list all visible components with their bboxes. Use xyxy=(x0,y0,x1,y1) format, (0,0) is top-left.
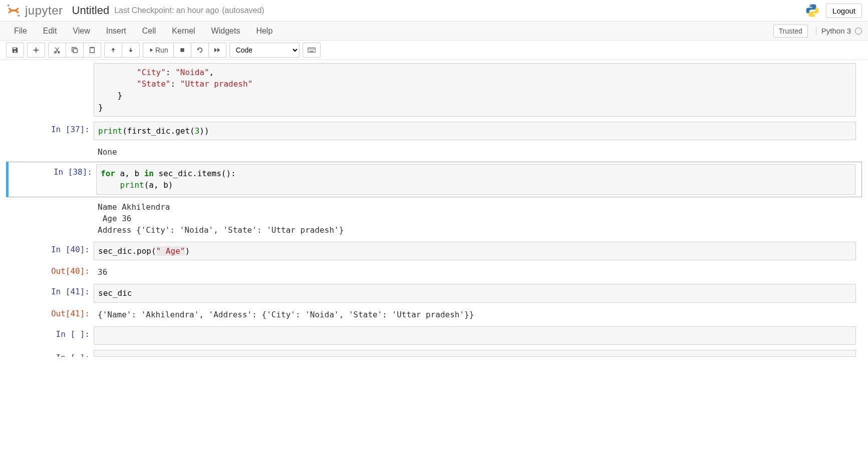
paste-icon xyxy=(89,47,96,54)
svg-rect-10 xyxy=(180,48,184,52)
cell-type-select[interactable]: Code xyxy=(229,43,300,58)
svg-rect-17 xyxy=(310,51,314,52)
menu-widgets[interactable]: Widgets xyxy=(203,23,248,40)
save-button[interactable] xyxy=(6,43,24,58)
in-prompt: In [ ]: xyxy=(6,326,94,345)
stream-output: Name Akhilendra Age 36 Address {'City': … xyxy=(94,198,856,239)
save-icon xyxy=(12,47,19,54)
code-cell[interactable]: In [38]:for a, b in sec_dic.items(): pri… xyxy=(6,162,862,197)
python-icon xyxy=(805,3,820,18)
move-up-button[interactable] xyxy=(104,43,122,58)
stop-icon xyxy=(180,48,185,53)
autosave-text: (autosaved) xyxy=(222,6,264,15)
out-prompt: Out[40]: xyxy=(6,263,94,281)
scissors-icon xyxy=(54,47,61,54)
code-input[interactable]: for a, b in sec_dic.items(): print(a, b) xyxy=(96,164,855,194)
code-input[interactable] xyxy=(94,350,856,357)
svg-point-1 xyxy=(18,15,20,17)
svg-point-0 xyxy=(8,5,10,7)
jupyter-logo[interactable]: jupyter xyxy=(6,3,63,18)
svg-rect-12 xyxy=(309,49,310,50)
in-prompt: In [41]: xyxy=(6,284,94,302)
kernel-idle-icon xyxy=(855,28,862,35)
insert-cell-button[interactable] xyxy=(27,43,45,58)
svg-rect-13 xyxy=(310,49,311,50)
code-cell[interactable]: In [41]:sec_dic xyxy=(6,282,862,304)
code-cell[interactable]: In [ ]: xyxy=(6,324,862,347)
jupyter-icon xyxy=(6,3,21,18)
menu-file[interactable]: File xyxy=(6,23,35,40)
svg-rect-15 xyxy=(312,49,313,50)
execute-result: {'Name': 'Akhilendra', 'Address': {'City… xyxy=(94,306,856,323)
code-input[interactable]: print(first_dic.get(3)) xyxy=(94,122,856,140)
code-cell[interactable]: In [ ]: xyxy=(6,348,862,357)
in-prompt xyxy=(6,63,94,117)
code-cell[interactable]: "City": "Noida", "State": "Uttar pradesh… xyxy=(6,61,862,119)
code-input[interactable] xyxy=(94,326,856,345)
code-input[interactable]: "City": "Noida", "State": "Uttar pradesh… xyxy=(94,63,856,117)
run-label: Run xyxy=(155,46,168,54)
notebook-container: "City": "Noida", "State": "Uttar pradesh… xyxy=(0,61,868,378)
menu-view[interactable]: View xyxy=(65,23,98,40)
output-prompt-empty xyxy=(6,198,94,239)
command-palette-button[interactable] xyxy=(303,43,321,58)
in-prompt: In [40]: xyxy=(6,242,94,260)
interrupt-button[interactable] xyxy=(173,43,191,58)
menu-edit[interactable]: Edit xyxy=(35,23,65,40)
restart-run-all-button[interactable] xyxy=(208,43,226,58)
arrow-down-icon xyxy=(128,47,134,53)
arrow-up-icon xyxy=(110,47,116,53)
kernel-name-text: Python 3 xyxy=(821,27,851,35)
checkpoint-text: Last Checkpoint: an hour ago xyxy=(114,6,219,15)
copy-button[interactable] xyxy=(66,43,84,58)
header: jupyter Untitled Last Checkpoint: an hou… xyxy=(0,0,868,22)
svg-point-2 xyxy=(810,6,811,7)
kernel-indicator[interactable]: Python 3 xyxy=(816,27,862,35)
logo-text: jupyter xyxy=(25,4,63,18)
stream-output: None xyxy=(94,143,856,161)
code-input[interactable]: sec_dic xyxy=(94,284,856,302)
in-prompt: In [ ]: xyxy=(6,350,94,355)
move-down-button[interactable] xyxy=(122,43,140,58)
menu-help[interactable]: Help xyxy=(248,23,280,40)
code-cell[interactable]: In [40]:sec_dic.pop(" Age") xyxy=(6,240,862,262)
menu-cell[interactable]: Cell xyxy=(134,23,164,40)
svg-rect-7 xyxy=(73,49,77,53)
keyboard-icon xyxy=(308,47,316,53)
menu-insert[interactable]: Insert xyxy=(98,23,134,40)
output-row: None xyxy=(6,143,862,161)
in-prompt: In [37]: xyxy=(6,122,94,140)
logout-button[interactable]: Logout xyxy=(826,4,862,18)
svg-rect-16 xyxy=(314,49,315,50)
run-button[interactable]: Run xyxy=(143,43,174,58)
svg-rect-11 xyxy=(308,48,315,53)
paste-button[interactable] xyxy=(83,43,101,58)
menubar: FileEditViewInsertCellKernelWidgetsHelp … xyxy=(0,22,868,41)
in-prompt: In [38]: xyxy=(9,164,96,194)
code-cell[interactable]: In [37]:print(first_dic.get(3)) xyxy=(6,120,862,142)
svg-rect-9 xyxy=(91,47,93,49)
cut-button[interactable] xyxy=(48,43,66,58)
output-row: Out[40]:36 xyxy=(6,263,862,281)
code-input[interactable]: sec_dic.pop(" Age") xyxy=(94,242,856,260)
trusted-indicator[interactable]: Trusted xyxy=(773,25,808,38)
output-row: Out[41]:{'Name': 'Akhilendra', 'Address'… xyxy=(6,306,862,323)
copy-icon xyxy=(71,47,78,54)
svg-rect-14 xyxy=(311,49,312,50)
out-prompt: Out[41]: xyxy=(6,306,94,323)
output-row: Name Akhilendra Age 36 Address {'City': … xyxy=(6,198,862,239)
menu-kernel[interactable]: Kernel xyxy=(164,23,203,40)
output-prompt-empty xyxy=(6,143,94,161)
restart-icon xyxy=(196,47,203,54)
toolbar: Run Code xyxy=(0,41,868,60)
notebook-title[interactable]: Untitled xyxy=(72,4,110,17)
run-icon xyxy=(148,48,153,53)
plus-icon xyxy=(33,47,40,54)
restart-button[interactable] xyxy=(191,43,209,58)
fast-forward-icon xyxy=(214,47,221,53)
execute-result: 36 xyxy=(94,263,856,281)
svg-point-3 xyxy=(814,15,815,16)
